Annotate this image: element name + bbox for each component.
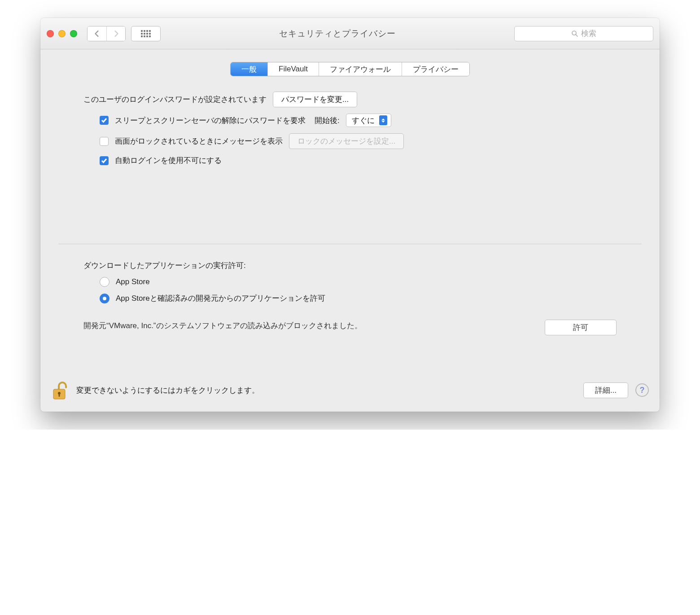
- svg-rect-5: [59, 394, 60, 397]
- show-all-button[interactable]: [131, 26, 161, 41]
- svg-line-1: [576, 35, 578, 36]
- blocked-software-message: 開発元“VMware, Inc.”のシステムソフトウェアの読み込みがブロックされ…: [83, 320, 531, 332]
- checkmark-icon: [101, 158, 107, 164]
- lock-message: 変更できないようにするにはカギをクリックします。: [76, 385, 576, 395]
- checkmark-icon: [101, 117, 107, 123]
- delay-value: すぐに: [352, 115, 375, 126]
- require-password-label: スリープとスクリーンセーバの解除にパスワードを要求: [115, 115, 306, 126]
- radio-identified-label: App Storeと確認済みの開発元からのアプリケーションを許可: [116, 293, 325, 303]
- content-area: 一般 FileVault ファイアウォール プライバシー このユーザのログインパ…: [40, 49, 660, 372]
- tab-privacy[interactable]: プライバシー: [402, 62, 469, 76]
- window-controls: [47, 30, 77, 37]
- radio-appstore-only[interactable]: [100, 277, 109, 287]
- divider: [58, 244, 642, 244]
- back-button[interactable]: [88, 26, 106, 41]
- change-password-button[interactable]: パスワードを変更...: [273, 92, 357, 107]
- search-placeholder: 検索: [581, 28, 596, 39]
- window-title: セキュリティとプライバシー: [166, 28, 509, 40]
- after-label: 開始後:: [315, 115, 340, 126]
- tab-bar: 一般 FileVault ファイアウォール プライバシー: [58, 62, 642, 76]
- unlocked-lock-icon: [52, 380, 69, 401]
- general-panel: このユーザのログインパスワードが設定されています パスワードを変更... スリー…: [58, 92, 642, 362]
- close-window-button[interactable]: [47, 30, 54, 37]
- password-set-label: このユーザのログインパスワードが設定されています: [83, 94, 267, 105]
- minimize-window-button[interactable]: [58, 30, 66, 37]
- tab-filevault[interactable]: FileVault: [267, 62, 319, 76]
- disable-autologin-label: 自動ログインを使用不可にする: [115, 155, 222, 166]
- footer: 変更できないようにするにはカギをクリックします。 詳細... ?: [40, 372, 660, 412]
- search-field[interactable]: 検索: [514, 26, 653, 41]
- delay-select[interactable]: すぐに: [346, 114, 391, 127]
- allow-apps-heading: ダウンロードしたアプリケーションの実行許可:: [83, 260, 246, 271]
- allow-button[interactable]: 許可: [545, 320, 617, 335]
- forward-button[interactable]: [106, 26, 125, 41]
- help-button[interactable]: ?: [635, 383, 649, 397]
- radio-appstore-identified[interactable]: [100, 294, 109, 303]
- stepper-icon: [379, 115, 387, 125]
- zoom-window-button[interactable]: [70, 30, 77, 37]
- set-lock-message-button[interactable]: ロックのメッセージを設定...: [289, 133, 404, 149]
- tab-general[interactable]: 一般: [231, 62, 267, 76]
- require-password-checkbox[interactable]: [100, 116, 109, 125]
- toolbar: セキュリティとプライバシー 検索: [40, 18, 660, 49]
- nav-segment: [87, 26, 126, 41]
- advanced-button[interactable]: 詳細...: [583, 382, 628, 398]
- show-lock-message-label: 画面がロックされているときにメッセージを表示: [115, 136, 283, 146]
- radio-appstore-label: App Store: [116, 277, 150, 286]
- tab-firewall[interactable]: ファイアウォール: [319, 62, 402, 76]
- search-icon: [571, 30, 578, 37]
- lock-button[interactable]: [51, 379, 69, 401]
- show-lock-message-checkbox[interactable]: [100, 137, 109, 146]
- preferences-window: セキュリティとプライバシー 検索 一般 FileVault ファイアウォール プ…: [40, 18, 660, 412]
- grid-icon: [141, 30, 151, 37]
- disable-autologin-checkbox[interactable]: [100, 156, 109, 165]
